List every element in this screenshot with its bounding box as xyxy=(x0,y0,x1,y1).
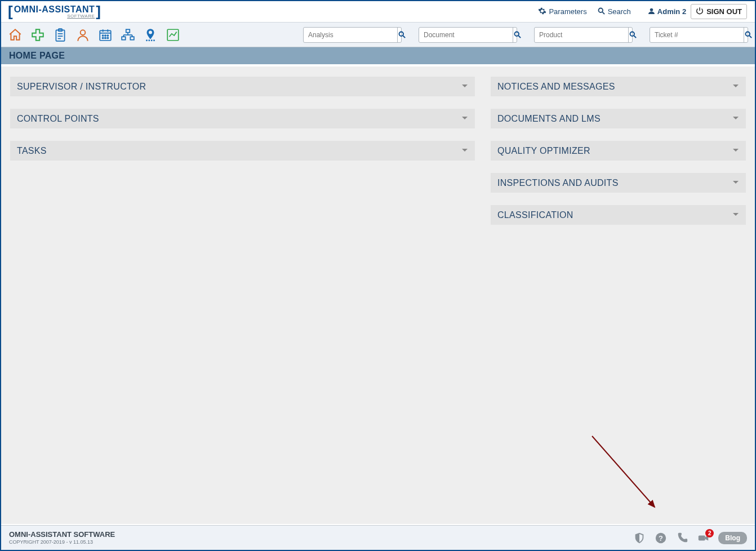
blog-button[interactable]: Blog xyxy=(718,532,747,544)
chevron-down-icon xyxy=(732,114,739,124)
svg-point-28 xyxy=(151,39,153,41)
help-icon[interactable]: ? xyxy=(654,531,668,545)
search-ticket-input[interactable] xyxy=(650,28,744,42)
svg-point-26 xyxy=(146,39,148,41)
logo-sub: SOFTWARE xyxy=(14,14,95,19)
search-label: Search xyxy=(608,7,631,16)
search-analysis-input[interactable] xyxy=(304,28,397,42)
svg-point-29 xyxy=(153,39,155,41)
bracket-left-icon: [ xyxy=(8,3,13,20)
svg-point-37 xyxy=(746,32,750,37)
video-icon[interactable]: 2 xyxy=(697,531,710,545)
user-name[interactable]: Admin 2 xyxy=(648,7,686,16)
person-icon[interactable] xyxy=(75,28,90,42)
org-chart-icon[interactable] xyxy=(121,28,135,42)
svg-point-0 xyxy=(598,8,603,12)
svg-point-16 xyxy=(103,37,104,38)
search-ticket-button[interactable] xyxy=(744,28,753,42)
title-bar: HOME PAGE xyxy=(1,47,755,64)
user-area: Admin 2 SIGN OUT xyxy=(648,4,747,19)
svg-line-38 xyxy=(749,35,751,38)
footer-name: OMNI-ASSISTANT SOFTWARE xyxy=(9,530,115,539)
top-links: Parameters Search xyxy=(538,7,630,17)
topbar: [ OMNI-ASSISTANT SOFTWARE ] Parameters S… xyxy=(1,1,755,23)
svg-point-18 xyxy=(107,37,108,38)
phone-icon[interactable] xyxy=(675,531,689,545)
svg-point-31 xyxy=(399,32,404,37)
user-icon xyxy=(648,7,655,16)
app-frame: [ OMNI-ASSISTANT SOFTWARE ] Parameters S… xyxy=(0,0,756,551)
toolbar-icons xyxy=(8,28,180,42)
panel-title: CONTROL POINTS xyxy=(17,114,99,124)
search-ticket xyxy=(650,27,748,43)
sign-out-button[interactable]: SIGN OUT xyxy=(691,4,747,19)
panel-notices[interactable]: NOTICES AND MESSAGES xyxy=(491,77,746,96)
svg-rect-21 xyxy=(130,37,134,39)
panel-title: INSPECTIONS AND AUDITS xyxy=(497,178,619,188)
svg-point-35 xyxy=(630,32,635,37)
left-column: SUPERVISOR / INSTRUCTOR CONTROL POINTS T… xyxy=(10,77,475,514)
video-badge: 2 xyxy=(705,529,714,537)
content: SUPERVISOR / INSTRUCTOR CONTROL POINTS T… xyxy=(1,66,755,524)
logo-main: OMNI-ASSISTANT xyxy=(14,5,95,14)
panel-control-points[interactable]: CONTROL POINTS xyxy=(10,109,475,128)
toolbar xyxy=(1,23,755,47)
home-icon[interactable] xyxy=(8,28,23,42)
calendar-icon[interactable] xyxy=(98,28,113,42)
svg-line-1 xyxy=(602,12,604,14)
chevron-down-icon xyxy=(461,146,468,156)
search-icon xyxy=(597,7,606,17)
svg-point-2 xyxy=(650,8,653,11)
panel-quality-optimizer[interactable]: QUALITY OPTIMIZER xyxy=(491,141,746,161)
svg-text:?: ? xyxy=(659,534,663,542)
panel-title: DOCUMENTS AND LMS xyxy=(497,114,601,124)
chevron-down-icon xyxy=(732,178,739,188)
chevron-down-icon xyxy=(732,146,739,156)
panel-title: TASKS xyxy=(17,146,47,156)
search-document xyxy=(419,27,517,43)
footer: OMNI-ASSISTANT SOFTWARE COPYRIGHT 2007-2… xyxy=(1,525,755,550)
search-product-button[interactable] xyxy=(628,28,637,42)
plus-icon[interactable] xyxy=(30,28,45,42)
power-icon xyxy=(696,7,704,16)
panel-supervisor[interactable]: SUPERVISOR / INSTRUCTOR xyxy=(10,77,475,96)
svg-point-15 xyxy=(107,35,108,36)
search-link[interactable]: Search xyxy=(597,7,631,17)
chevron-down-icon xyxy=(461,114,468,124)
shield-icon[interactable] xyxy=(633,531,646,545)
svg-rect-20 xyxy=(122,37,126,39)
svg-rect-42 xyxy=(699,535,705,540)
bracket-right-icon: ] xyxy=(96,3,101,20)
svg-point-13 xyxy=(103,35,104,36)
panel-classification[interactable]: CLASSIFICATION xyxy=(491,205,746,225)
panel-title: CLASSIFICATION xyxy=(497,210,573,220)
chevron-down-icon xyxy=(732,82,739,92)
svg-point-8 xyxy=(81,30,86,35)
panel-title: SUPERVISOR / INSTRUCTOR xyxy=(17,82,146,92)
blog-label: Blog xyxy=(725,534,740,542)
parameters-link[interactable]: Parameters xyxy=(538,7,586,17)
svg-line-34 xyxy=(518,35,521,38)
search-analysis-button[interactable] xyxy=(397,28,406,42)
panel-tasks[interactable]: TASKS xyxy=(10,141,475,161)
location-icon[interactable] xyxy=(143,28,158,42)
sign-out-label: SIGN OUT xyxy=(706,7,742,16)
panel-title: NOTICES AND MESSAGES xyxy=(497,82,615,92)
svg-point-33 xyxy=(515,32,519,37)
chart-icon[interactable] xyxy=(166,28,180,42)
panel-documents-lms[interactable]: DOCUMENTS AND LMS xyxy=(491,109,746,128)
gear-icon xyxy=(538,7,546,17)
search-document-input[interactable] xyxy=(419,28,513,42)
panel-title: QUALITY OPTIMIZER xyxy=(497,146,590,156)
search-document-button[interactable] xyxy=(513,28,522,42)
page-title: HOME PAGE xyxy=(9,51,65,61)
svg-point-17 xyxy=(105,37,106,38)
parameters-label: Parameters xyxy=(549,7,586,16)
chevron-down-icon xyxy=(732,210,739,220)
svg-line-36 xyxy=(634,35,636,38)
footer-copyright: COPYRIGHT 2007-2019 - v 11.05.13 xyxy=(9,539,115,545)
panel-inspections[interactable]: INSPECTIONS AND AUDITS xyxy=(491,173,746,193)
clipboard-icon[interactable] xyxy=(53,28,68,42)
logo[interactable]: [ OMNI-ASSISTANT SOFTWARE ] xyxy=(8,3,101,20)
search-product-input[interactable] xyxy=(535,28,628,42)
